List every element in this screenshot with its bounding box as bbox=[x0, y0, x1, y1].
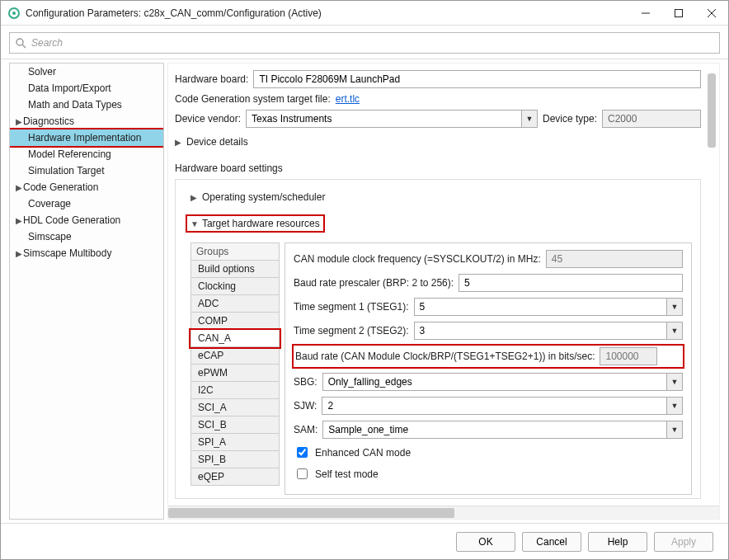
chevron-right-icon: ▶ bbox=[15, 216, 23, 225]
group-item-spi-a[interactable]: SPI_A bbox=[190, 434, 280, 451]
target-file-link[interactable]: ert.tlc bbox=[336, 93, 360, 105]
search-input[interactable]: Search bbox=[9, 32, 720, 54]
group-item-sci-a[interactable]: SCI_A bbox=[190, 399, 280, 416]
nav-item-data-import-export[interactable]: Data Import/Export bbox=[10, 80, 163, 96]
search-icon bbox=[15, 37, 26, 49]
group-params-panel: CAN module clock frequency (=SYSCLKOUT/2… bbox=[285, 242, 692, 495]
maximize-button[interactable] bbox=[662, 1, 695, 26]
svg-line-7 bbox=[22, 45, 26, 48]
horizontal-scrollbar[interactable] bbox=[168, 506, 719, 519]
nav-item-solver[interactable]: Solver bbox=[10, 64, 163, 80]
close-button[interactable] bbox=[695, 1, 728, 26]
groups-header: Groups bbox=[190, 243, 280, 261]
cancel-button[interactable]: Cancel bbox=[522, 532, 581, 552]
hardware-board-label: Hardware board: bbox=[175, 73, 248, 85]
chevron-down-icon[interactable]: ▼ bbox=[666, 298, 683, 316]
os-scheduler-expander[interactable]: ▶ Operating system/scheduler bbox=[190, 188, 692, 206]
nav-item-coverage[interactable]: Coverage bbox=[10, 195, 163, 212]
group-item-eqep[interactable]: eQEP bbox=[190, 468, 280, 486]
device-details-expander[interactable]: ▶ Device details bbox=[175, 133, 701, 151]
svg-rect-3 bbox=[675, 9, 683, 16]
svg-point-6 bbox=[16, 39, 23, 45]
device-vendor-select[interactable] bbox=[246, 110, 521, 128]
baud-rate-output bbox=[600, 347, 657, 365]
chevron-down-icon[interactable]: ▼ bbox=[666, 421, 683, 439]
group-item-sci-b[interactable]: SCI_B bbox=[190, 416, 280, 434]
tseg2-select[interactable] bbox=[414, 322, 666, 340]
device-type-label: Device type: bbox=[543, 113, 597, 125]
chevron-right-icon: ▶ bbox=[15, 183, 23, 192]
sbg-select[interactable] bbox=[322, 373, 666, 391]
hardware-board-input[interactable] bbox=[253, 70, 701, 88]
sam-select[interactable] bbox=[322, 421, 666, 439]
group-item-epwm[interactable]: ePWM bbox=[190, 365, 280, 382]
brp-input[interactable] bbox=[459, 274, 683, 292]
nav-item-simscape[interactable]: Simscape bbox=[10, 228, 163, 245]
chevron-down-icon[interactable]: ▼ bbox=[666, 373, 683, 391]
group-item-clocking[interactable]: Clocking bbox=[190, 278, 280, 295]
hw-board-settings-panel: ▶ Operating system/scheduler ▼ Target ha… bbox=[175, 179, 701, 499]
target-file-label: Code Generation system target file: bbox=[175, 93, 331, 105]
nav-item-hdl-code-generation[interactable]: ▶HDL Code Generation bbox=[10, 212, 163, 228]
help-button[interactable]: Help bbox=[588, 532, 647, 552]
group-item-adc[interactable]: ADC bbox=[190, 295, 280, 313]
vertical-scrollbar[interactable] bbox=[708, 70, 716, 499]
nav-item-simulation-target[interactable]: Simulation Target bbox=[10, 162, 163, 179]
nav-item-simscape-multibody[interactable]: ▶Simscape Multibody bbox=[10, 245, 163, 261]
group-item-spi-b[interactable]: SPI_B bbox=[190, 451, 280, 468]
window-title: Configuration Parameters: c28x_CAN_comm/… bbox=[26, 7, 629, 19]
nav-tree[interactable]: SolverData Import/ExportMath and Data Ty… bbox=[9, 63, 164, 520]
tseg1-select[interactable] bbox=[414, 298, 666, 316]
nav-item-model-referencing[interactable]: Model Referencing bbox=[10, 146, 163, 162]
search-placeholder: Search bbox=[31, 37, 63, 49]
enhanced-can-checkbox[interactable] bbox=[297, 447, 308, 458]
chevron-down-icon[interactable]: ▼ bbox=[666, 322, 683, 340]
nav-item-hardware-implementation[interactable]: Hardware Implementation bbox=[9, 128, 164, 148]
chevron-down-icon[interactable]: ▼ bbox=[666, 397, 683, 415]
chevron-right-icon: ▶ bbox=[175, 138, 183, 147]
can-clock-freq-input bbox=[546, 250, 683, 268]
dialog-buttons: OK Cancel Help Apply bbox=[1, 523, 728, 559]
ok-button[interactable]: OK bbox=[456, 532, 515, 552]
sjw-select[interactable] bbox=[322, 397, 666, 415]
target-hw-resources-expander[interactable]: ▼ Target hardware resources bbox=[186, 214, 325, 233]
chevron-down-icon[interactable]: ▼ bbox=[521, 110, 538, 128]
main-content: Hardware board: Code Generation system t… bbox=[168, 64, 719, 506]
nav-item-diagnostics[interactable]: ▶Diagnostics bbox=[10, 113, 163, 129]
chevron-down-icon: ▼ bbox=[190, 219, 199, 228]
chevron-right-icon: ▶ bbox=[15, 117, 23, 126]
group-item-i2c[interactable]: I2C bbox=[190, 382, 280, 399]
chevron-right-icon: ▶ bbox=[190, 193, 199, 202]
chevron-right-icon: ▶ bbox=[15, 249, 23, 258]
titlebar: Configuration Parameters: c28x_CAN_comm/… bbox=[1, 1, 728, 26]
group-item-can-a[interactable]: CAN_A bbox=[190, 330, 280, 347]
group-item-comp[interactable]: COMP bbox=[190, 313, 280, 330]
group-item-build-options[interactable]: Build options bbox=[190, 261, 280, 278]
app-icon bbox=[7, 7, 21, 20]
groups-list: Groups Build optionsClockingADCCOMPCAN_A… bbox=[190, 242, 280, 495]
minimize-button[interactable] bbox=[629, 1, 662, 26]
group-item-ecap[interactable]: eCAP bbox=[190, 347, 280, 365]
apply-button[interactable]: Apply bbox=[654, 532, 713, 552]
device-type-input[interactable] bbox=[602, 110, 701, 128]
config-window: Configuration Parameters: c28x_CAN_comm/… bbox=[0, 0, 729, 560]
self-test-checkbox[interactable] bbox=[297, 468, 308, 479]
nav-item-math-and-data-types[interactable]: Math and Data Types bbox=[10, 96, 163, 113]
device-vendor-label: Device vendor: bbox=[175, 113, 241, 125]
hw-board-settings-label: Hardware board settings bbox=[175, 162, 701, 174]
nav-item-code-generation[interactable]: ▶Code Generation bbox=[10, 179, 163, 195]
svg-point-1 bbox=[12, 12, 16, 15]
